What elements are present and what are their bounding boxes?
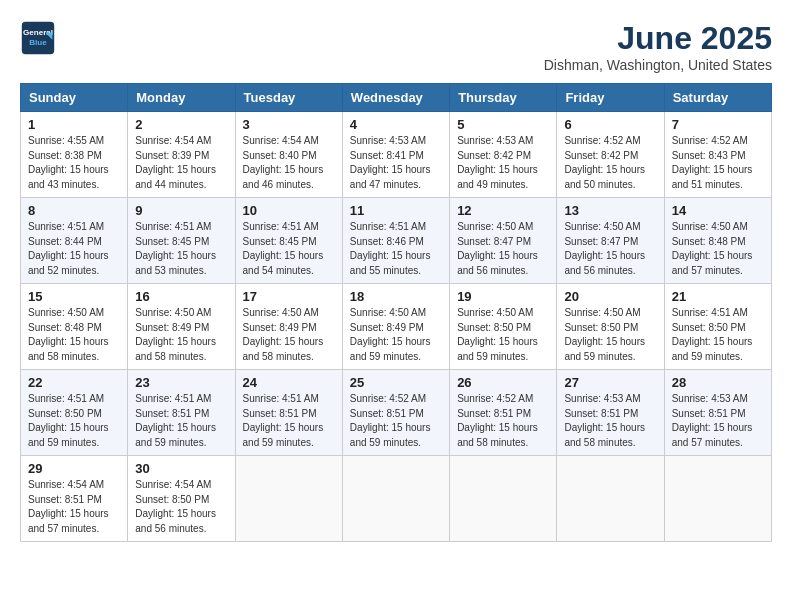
- day-info: Sunrise: 4:51 AM Sunset: 8:46 PM Dayligh…: [350, 220, 442, 278]
- day-number: 28: [672, 375, 764, 390]
- day-number: 21: [672, 289, 764, 304]
- weekday-header-friday: Friday: [557, 84, 664, 112]
- day-info: Sunrise: 4:50 AM Sunset: 8:49 PM Dayligh…: [135, 306, 227, 364]
- day-number: 20: [564, 289, 656, 304]
- day-info: Sunrise: 4:51 AM Sunset: 8:51 PM Dayligh…: [135, 392, 227, 450]
- day-info: Sunrise: 4:51 AM Sunset: 8:45 PM Dayligh…: [135, 220, 227, 278]
- day-number: 23: [135, 375, 227, 390]
- month-title: June 2025: [544, 20, 772, 57]
- day-number: 29: [28, 461, 120, 476]
- day-info: Sunrise: 4:52 AM Sunset: 8:43 PM Dayligh…: [672, 134, 764, 192]
- calendar-cell: 20Sunrise: 4:50 AM Sunset: 8:50 PM Dayli…: [557, 284, 664, 370]
- day-info: Sunrise: 4:51 AM Sunset: 8:50 PM Dayligh…: [672, 306, 764, 364]
- calendar-cell: 15Sunrise: 4:50 AM Sunset: 8:48 PM Dayli…: [21, 284, 128, 370]
- day-info: Sunrise: 4:51 AM Sunset: 8:45 PM Dayligh…: [243, 220, 335, 278]
- day-info: Sunrise: 4:51 AM Sunset: 8:44 PM Dayligh…: [28, 220, 120, 278]
- calendar-cell: 21Sunrise: 4:51 AM Sunset: 8:50 PM Dayli…: [664, 284, 771, 370]
- day-number: 22: [28, 375, 120, 390]
- calendar-cell: 17Sunrise: 4:50 AM Sunset: 8:49 PM Dayli…: [235, 284, 342, 370]
- day-number: 17: [243, 289, 335, 304]
- calendar-cell: 6Sunrise: 4:52 AM Sunset: 8:42 PM Daylig…: [557, 112, 664, 198]
- day-info: Sunrise: 4:53 AM Sunset: 8:51 PM Dayligh…: [672, 392, 764, 450]
- day-info: Sunrise: 4:50 AM Sunset: 8:50 PM Dayligh…: [457, 306, 549, 364]
- day-info: Sunrise: 4:50 AM Sunset: 8:50 PM Dayligh…: [564, 306, 656, 364]
- day-number: 24: [243, 375, 335, 390]
- day-info: Sunrise: 4:55 AM Sunset: 8:38 PM Dayligh…: [28, 134, 120, 192]
- day-info: Sunrise: 4:50 AM Sunset: 8:47 PM Dayligh…: [564, 220, 656, 278]
- weekday-header-thursday: Thursday: [450, 84, 557, 112]
- day-number: 30: [135, 461, 227, 476]
- day-number: 13: [564, 203, 656, 218]
- day-number: 1: [28, 117, 120, 132]
- day-number: 19: [457, 289, 549, 304]
- calendar-cell: 25Sunrise: 4:52 AM Sunset: 8:51 PM Dayli…: [342, 370, 449, 456]
- calendar-cell: 5Sunrise: 4:53 AM Sunset: 8:42 PM Daylig…: [450, 112, 557, 198]
- day-info: Sunrise: 4:54 AM Sunset: 8:40 PM Dayligh…: [243, 134, 335, 192]
- logo-icon: General Blue: [20, 20, 56, 56]
- day-info: Sunrise: 4:50 AM Sunset: 8:49 PM Dayligh…: [243, 306, 335, 364]
- day-info: Sunrise: 4:51 AM Sunset: 8:50 PM Dayligh…: [28, 392, 120, 450]
- day-info: Sunrise: 4:52 AM Sunset: 8:42 PM Dayligh…: [564, 134, 656, 192]
- calendar-cell: 26Sunrise: 4:52 AM Sunset: 8:51 PM Dayli…: [450, 370, 557, 456]
- calendar-cell: 2Sunrise: 4:54 AM Sunset: 8:39 PM Daylig…: [128, 112, 235, 198]
- calendar-cell: 4Sunrise: 4:53 AM Sunset: 8:41 PM Daylig…: [342, 112, 449, 198]
- calendar-cell: 10Sunrise: 4:51 AM Sunset: 8:45 PM Dayli…: [235, 198, 342, 284]
- day-info: Sunrise: 4:51 AM Sunset: 8:51 PM Dayligh…: [243, 392, 335, 450]
- logo: General Blue: [20, 20, 56, 56]
- day-number: 14: [672, 203, 764, 218]
- day-number: 4: [350, 117, 442, 132]
- calendar-cell: 23Sunrise: 4:51 AM Sunset: 8:51 PM Dayli…: [128, 370, 235, 456]
- weekday-header-tuesday: Tuesday: [235, 84, 342, 112]
- day-number: 10: [243, 203, 335, 218]
- day-number: 27: [564, 375, 656, 390]
- day-info: Sunrise: 4:50 AM Sunset: 8:47 PM Dayligh…: [457, 220, 549, 278]
- calendar-cell: [235, 456, 342, 542]
- calendar-cell: 29Sunrise: 4:54 AM Sunset: 8:51 PM Dayli…: [21, 456, 128, 542]
- calendar-cell: 11Sunrise: 4:51 AM Sunset: 8:46 PM Dayli…: [342, 198, 449, 284]
- day-info: Sunrise: 4:53 AM Sunset: 8:41 PM Dayligh…: [350, 134, 442, 192]
- day-number: 16: [135, 289, 227, 304]
- header: General Blue June 2025 Dishman, Washingt…: [20, 20, 772, 73]
- calendar-cell: [342, 456, 449, 542]
- day-number: 26: [457, 375, 549, 390]
- day-info: Sunrise: 4:52 AM Sunset: 8:51 PM Dayligh…: [350, 392, 442, 450]
- day-number: 6: [564, 117, 656, 132]
- weekday-header-saturday: Saturday: [664, 84, 771, 112]
- day-info: Sunrise: 4:54 AM Sunset: 8:50 PM Dayligh…: [135, 478, 227, 536]
- calendar-cell: 1Sunrise: 4:55 AM Sunset: 8:38 PM Daylig…: [21, 112, 128, 198]
- week-row-1: 1Sunrise: 4:55 AM Sunset: 8:38 PM Daylig…: [21, 112, 772, 198]
- day-number: 7: [672, 117, 764, 132]
- calendar-cell: 3Sunrise: 4:54 AM Sunset: 8:40 PM Daylig…: [235, 112, 342, 198]
- calendar-cell: 24Sunrise: 4:51 AM Sunset: 8:51 PM Dayli…: [235, 370, 342, 456]
- weekday-header-wednesday: Wednesday: [342, 84, 449, 112]
- day-number: 8: [28, 203, 120, 218]
- day-number: 3: [243, 117, 335, 132]
- day-number: 15: [28, 289, 120, 304]
- day-number: 2: [135, 117, 227, 132]
- week-row-3: 15Sunrise: 4:50 AM Sunset: 8:48 PM Dayli…: [21, 284, 772, 370]
- calendar-cell: 8Sunrise: 4:51 AM Sunset: 8:44 PM Daylig…: [21, 198, 128, 284]
- day-number: 12: [457, 203, 549, 218]
- day-number: 11: [350, 203, 442, 218]
- day-info: Sunrise: 4:50 AM Sunset: 8:48 PM Dayligh…: [28, 306, 120, 364]
- week-row-2: 8Sunrise: 4:51 AM Sunset: 8:44 PM Daylig…: [21, 198, 772, 284]
- calendar-cell: 14Sunrise: 4:50 AM Sunset: 8:48 PM Dayli…: [664, 198, 771, 284]
- weekday-header-monday: Monday: [128, 84, 235, 112]
- calendar-cell: 16Sunrise: 4:50 AM Sunset: 8:49 PM Dayli…: [128, 284, 235, 370]
- calendar-cell: 28Sunrise: 4:53 AM Sunset: 8:51 PM Dayli…: [664, 370, 771, 456]
- week-row-5: 29Sunrise: 4:54 AM Sunset: 8:51 PM Dayli…: [21, 456, 772, 542]
- day-info: Sunrise: 4:54 AM Sunset: 8:51 PM Dayligh…: [28, 478, 120, 536]
- calendar-cell: 22Sunrise: 4:51 AM Sunset: 8:50 PM Dayli…: [21, 370, 128, 456]
- calendar-cell: 18Sunrise: 4:50 AM Sunset: 8:49 PM Dayli…: [342, 284, 449, 370]
- calendar-cell: 27Sunrise: 4:53 AM Sunset: 8:51 PM Dayli…: [557, 370, 664, 456]
- day-info: Sunrise: 4:50 AM Sunset: 8:49 PM Dayligh…: [350, 306, 442, 364]
- location-subtitle: Dishman, Washington, United States: [544, 57, 772, 73]
- week-row-4: 22Sunrise: 4:51 AM Sunset: 8:50 PM Dayli…: [21, 370, 772, 456]
- weekday-header-row: SundayMondayTuesdayWednesdayThursdayFrid…: [21, 84, 772, 112]
- day-number: 5: [457, 117, 549, 132]
- calendar-cell: 7Sunrise: 4:52 AM Sunset: 8:43 PM Daylig…: [664, 112, 771, 198]
- day-number: 18: [350, 289, 442, 304]
- calendar-cell: 12Sunrise: 4:50 AM Sunset: 8:47 PM Dayli…: [450, 198, 557, 284]
- title-area: June 2025 Dishman, Washington, United St…: [544, 20, 772, 73]
- calendar-cell: [557, 456, 664, 542]
